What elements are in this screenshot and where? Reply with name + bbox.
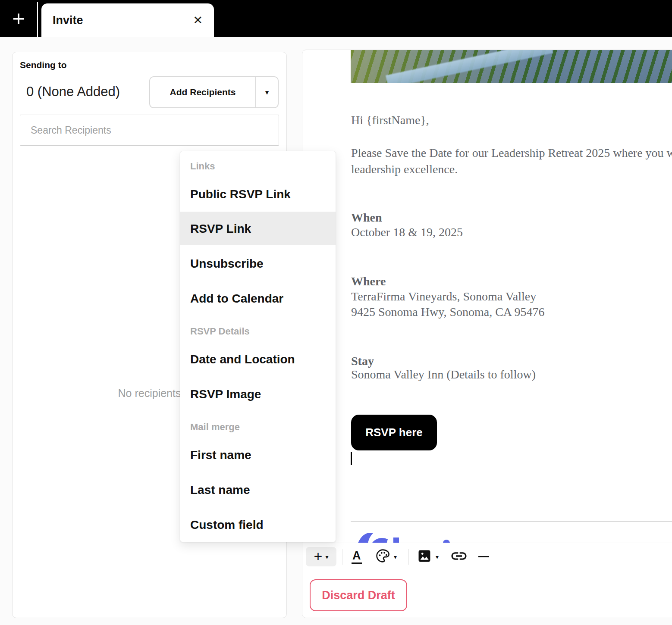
logo-fragment	[355, 530, 454, 543]
image-icon	[416, 548, 433, 566]
email-editor[interactable]: Hi {firstName}, Please Save the Date for…	[302, 50, 672, 618]
link-icon	[450, 547, 468, 567]
add-recipients-button[interactable]: Add Recipients ▾	[149, 76, 279, 108]
editor-toolbar: + ▾ A ▾	[302, 543, 672, 618]
menu-item-last-name[interactable]: Last name	[190, 483, 250, 497]
text-cursor	[351, 452, 352, 465]
toolbar-divider	[408, 549, 409, 565]
tab-bar: + Invite ✕	[0, 0, 672, 37]
menu-item-add-to-calendar[interactable]: Add to Calendar	[190, 291, 283, 306]
text-color-icon: A	[352, 550, 362, 563]
insert-dropdown-menu: Links Public RSVP Link RSVP Link Unsubsc…	[180, 151, 336, 542]
discard-draft-button[interactable]: Discard Draft	[310, 579, 407, 611]
chevron-down-icon: ▾	[436, 553, 439, 560]
text-color-button[interactable]: A	[352, 547, 362, 566]
where-label: Where	[351, 275, 386, 288]
tab-bar-separator	[37, 2, 38, 37]
insert-link-button[interactable]	[450, 547, 468, 566]
add-recipients-label: Add Recipients	[150, 77, 255, 107]
where-line1: TerraFirma Vineyards, Sonoma Valley	[351, 289, 536, 304]
menu-item-rsvp-link[interactable]: RSVP Link	[190, 222, 251, 236]
tab-invite[interactable]: Invite ✕	[41, 3, 214, 37]
chevron-down-icon: ▾	[394, 553, 397, 560]
palette-icon	[375, 548, 391, 566]
recipient-count: 0 (None Added)	[26, 84, 120, 100]
menu-header-mail-merge: Mail merge	[190, 421, 240, 433]
menu-item-first-name[interactable]: First name	[190, 448, 251, 462]
menu-header-rsvp-details: RSVP Details	[190, 325, 250, 337]
new-tab-button[interactable]: +	[3, 0, 34, 37]
chevron-down-icon: ▾	[325, 553, 328, 560]
stay-label: Stay	[351, 354, 374, 368]
theme-palette-button[interactable]: ▾	[375, 547, 397, 566]
main-area: Sending to 0 (None Added) Add Recipients…	[0, 37, 672, 625]
stay-value: Sonoma Valley Inn (Details to follow)	[351, 367, 536, 382]
close-tab-icon[interactable]: ✕	[193, 15, 203, 26]
email-greeting: Hi {firstName},	[351, 112, 429, 128]
plus-icon: +	[314, 549, 323, 563]
email-body-line1: Please Save the Date for our Leadership …	[351, 145, 672, 161]
email-footer-divider	[351, 521, 672, 522]
menu-item-rsvp-image[interactable]: RSVP Image	[190, 387, 261, 402]
menu-item-custom-field[interactable]: Custom field	[190, 518, 264, 532]
sending-to-label: Sending to	[20, 60, 67, 70]
when-value: October 18 & 19, 2025	[351, 225, 463, 240]
toolbar-divider	[342, 549, 342, 565]
insert-image-button[interactable]: ▾	[416, 547, 439, 566]
menu-item-public-rsvp-link[interactable]: Public RSVP Link	[190, 187, 291, 202]
menu-header-links: Links	[190, 160, 215, 172]
where-line2: 9425 Sonoma Hwy, Sonoma, CA 95476	[351, 304, 545, 320]
when-label: When	[351, 211, 382, 224]
rsvp-here-button[interactable]: RSVP here	[351, 415, 437, 450]
menu-item-unsubscribe[interactable]: Unsubscribe	[190, 256, 264, 271]
insert-element-button[interactable]: + ▾	[306, 547, 336, 566]
email-body-line2: leadership excellence.	[351, 162, 458, 177]
search-recipients-input[interactable]	[20, 115, 279, 146]
vineyard-road	[386, 50, 553, 83]
menu-item-date-and-location[interactable]: Date and Location	[190, 352, 295, 367]
tab-title: Invite	[53, 14, 83, 27]
add-recipients-caret-icon[interactable]: ▾	[255, 77, 278, 107]
horizontal-rule-button[interactable]	[478, 556, 489, 557]
vineyard-header-image	[351, 50, 672, 83]
